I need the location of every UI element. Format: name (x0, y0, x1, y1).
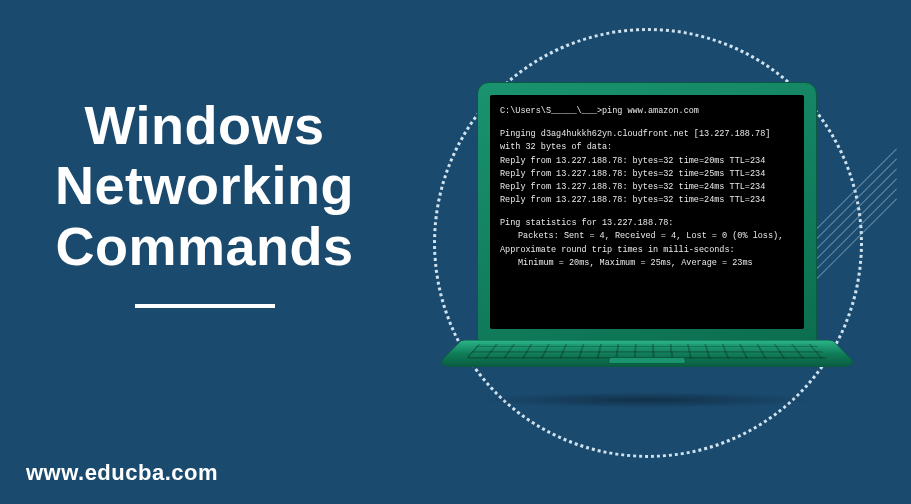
terminal-reply-2: Reply from 13.227.188.78: bytes=32 time=… (500, 168, 794, 181)
laptop-keyboard (466, 344, 828, 359)
terminal-rt-values: Minimum = 20ms, Maximum = 25ms, Average … (500, 257, 794, 270)
laptop-illustration: C:\Users\S_____\___>ping www.amazon.com … (461, 82, 833, 408)
title-line-3: Commands (55, 216, 354, 276)
terminal-rt-header: Approximate round trip times in milli-se… (500, 244, 794, 257)
terminal-reply-1: Reply from 13.227.188.78: bytes=32 time=… (500, 155, 794, 168)
terminal-reply-3: Reply from 13.227.188.78: bytes=32 time=… (500, 181, 794, 194)
title-block: Windows Networking Commands (55, 95, 354, 308)
title-line-1: Windows (55, 95, 354, 155)
laptop-lid: C:\Users\S_____\___>ping www.amazon.com … (477, 82, 817, 342)
laptop-base (461, 340, 833, 386)
terminal-screen: C:\Users\S_____\___>ping www.amazon.com … (490, 95, 804, 329)
title-line-2: Networking (55, 155, 354, 215)
terminal-pinging-line: Pinging d3ag4hukkh62yn.cloudfront.net [1… (500, 128, 794, 154)
terminal-prompt: C:\Users\S_____\___>ping www.amazon.com (500, 105, 794, 118)
terminal-reply-4: Reply from 13.227.188.78: bytes=32 time=… (500, 194, 794, 207)
title-underline (135, 304, 275, 308)
terminal-stats-block: Ping statistics for 13.227.188.78: Packe… (500, 217, 794, 270)
laptop-touchpad (608, 357, 687, 363)
watermark-url: www.educba.com (26, 460, 218, 486)
laptop-base-inner (434, 340, 859, 367)
terminal-stats-header: Ping statistics for 13.227.188.78: (500, 217, 794, 230)
terminal-ping-block: Pinging d3ag4hukkh62yn.cloudfront.net [1… (500, 128, 794, 207)
page-title: Windows Networking Commands (55, 95, 354, 276)
terminal-stats-packets: Packets: Sent = 4, Received = 4, Lost = … (500, 230, 794, 243)
laptop-shadow (477, 392, 817, 408)
